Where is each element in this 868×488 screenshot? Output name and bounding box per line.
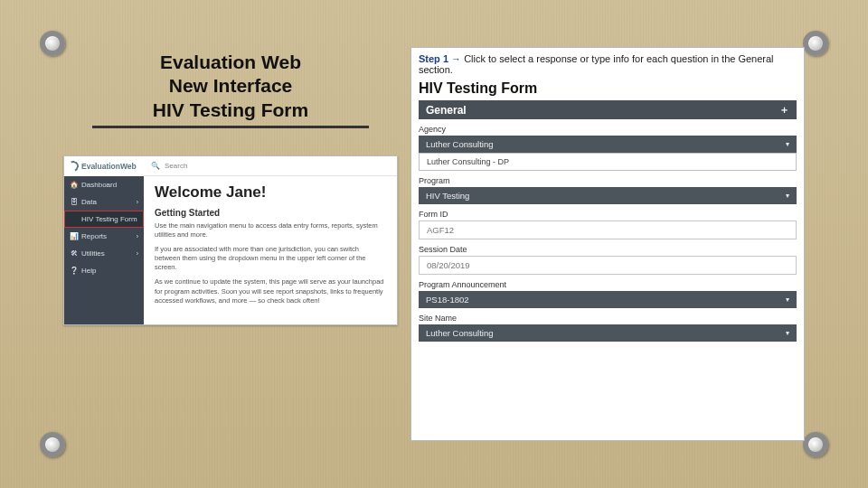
program-select[interactable]: HIV Testing ▾ bbox=[419, 187, 797, 204]
title-underline bbox=[92, 126, 369, 128]
chevron-down-icon: ▾ bbox=[786, 329, 789, 337]
nav-hiv-testing-form[interactable]: HIV Testing Form bbox=[64, 211, 144, 228]
agency-label: Agency bbox=[419, 125, 797, 134]
welcome-heading: Welcome Jane! bbox=[155, 183, 386, 202]
site-name-value: Luther Consulting bbox=[426, 328, 493, 338]
search-input[interactable]: 🔍 Search bbox=[144, 156, 397, 176]
program-announcement-label: Program Announcement bbox=[419, 280, 797, 289]
section-label: General bbox=[426, 104, 467, 117]
brand-logo-icon bbox=[66, 159, 80, 173]
chevron-down-icon: ▾ bbox=[786, 296, 789, 304]
agency-option[interactable]: Luther Consulting - DP bbox=[420, 154, 796, 170]
step-instruction: Step 1 → Click to select a response or t… bbox=[419, 53, 797, 75]
step-text: Click to select a response or type info … bbox=[419, 53, 774, 75]
brand: EvaluationWeb bbox=[64, 156, 144, 176]
app-sidebar: EvaluationWeb 🏠 Dashboard 🗄 Data › HIV T… bbox=[64, 156, 144, 324]
brand-text: EvaluationWeb bbox=[81, 162, 137, 171]
form-id-input[interactable]: AGF12 bbox=[419, 221, 797, 239]
nav-data[interactable]: 🗄 Data › bbox=[64, 193, 144, 211]
nav-label: Utilities bbox=[81, 249, 105, 258]
binder-ring bbox=[803, 31, 828, 56]
welcome-area: Welcome Jane! Getting Started Use the ma… bbox=[144, 176, 397, 318]
home-icon: 🏠 bbox=[70, 181, 78, 189]
nav-label: Data bbox=[81, 198, 97, 206]
expand-icon: ＋ bbox=[779, 103, 789, 117]
chart-icon: 📊 bbox=[70, 232, 78, 240]
form-title: HIV Testing Form bbox=[419, 80, 797, 97]
nav-label: Dashboard bbox=[81, 181, 117, 189]
database-icon: 🗄 bbox=[70, 198, 78, 206]
tools-icon: 🛠 bbox=[70, 249, 78, 258]
chevron-down-icon: ▾ bbox=[786, 140, 789, 148]
binder-ring bbox=[40, 31, 65, 56]
chevron-right-icon: › bbox=[137, 233, 138, 239]
chevron-right-icon: › bbox=[137, 199, 138, 205]
agency-selected-value: Luther Consulting bbox=[426, 139, 493, 149]
binder-ring bbox=[40, 432, 65, 457]
intro-paragraph-1: Use the main navigation menu to access d… bbox=[155, 221, 386, 239]
intro-paragraph-2: If you are associated with more than one… bbox=[155, 245, 386, 272]
app-screenshot: EvaluationWeb 🏠 Dashboard 🗄 Data › HIV T… bbox=[63, 155, 398, 325]
program-announcement-value: PS18-1802 bbox=[426, 295, 469, 305]
nav-reports[interactable]: 📊 Reports › bbox=[64, 228, 144, 245]
nav-label: Help bbox=[81, 267, 96, 275]
nav-dashboard[interactable]: 🏠 Dashboard bbox=[64, 176, 144, 193]
nav-label: Reports bbox=[81, 232, 107, 240]
chevron-right-icon: › bbox=[137, 250, 138, 257]
agency-dropdown-list: Luther Consulting - DP bbox=[419, 153, 797, 171]
nav-utilities[interactable]: 🛠 Utilities › bbox=[64, 245, 144, 262]
program-announcement-select[interactable]: PS18-1802 ▾ bbox=[419, 291, 797, 308]
title-line2: New Interface bbox=[169, 75, 293, 96]
title-line1: Evaluation Web bbox=[160, 52, 301, 72]
section-header-general[interactable]: General ＋ bbox=[419, 100, 797, 119]
arrow-right-icon: → bbox=[451, 53, 461, 64]
search-placeholder: Search bbox=[165, 162, 187, 170]
form-id-label: Form ID bbox=[419, 210, 797, 219]
right-panel: Step 1 → Click to select a response or t… bbox=[410, 47, 805, 441]
binder-ring bbox=[803, 432, 828, 457]
program-value: HIV Testing bbox=[426, 191, 469, 201]
session-date-input[interactable]: 08/20/2019 bbox=[419, 256, 797, 275]
chevron-down-icon: ▾ bbox=[786, 192, 789, 200]
step-number: Step 1 bbox=[419, 53, 448, 64]
intro-paragraph-3: As we continue to update the system, thi… bbox=[155, 277, 386, 305]
nav-help[interactable]: ❔ Help bbox=[64, 262, 144, 279]
program-label: Program bbox=[419, 176, 797, 185]
search-icon: 🔍 bbox=[151, 162, 160, 170]
nav-label: HIV Testing Form bbox=[81, 215, 137, 223]
help-icon: ❔ bbox=[70, 267, 78, 275]
agency-select[interactable]: Luther Consulting ▾ bbox=[419, 136, 797, 153]
title-line3: HIV Testing Form bbox=[153, 99, 308, 120]
site-name-label: Site Name bbox=[419, 314, 797, 323]
app-main: 🔍 Search Welcome Jane! Getting Started U… bbox=[144, 156, 397, 324]
left-column: Evaluation Web New Interface HIV Testing… bbox=[63, 47, 398, 441]
site-name-select[interactable]: Luther Consulting ▾ bbox=[419, 324, 797, 342]
session-date-label: Session Date bbox=[419, 245, 797, 254]
slide-content: Evaluation Web New Interface HIV Testing… bbox=[63, 47, 805, 441]
slide-title: Evaluation Web New Interface HIV Testing… bbox=[63, 47, 398, 136]
getting-started-heading: Getting Started bbox=[155, 208, 386, 218]
